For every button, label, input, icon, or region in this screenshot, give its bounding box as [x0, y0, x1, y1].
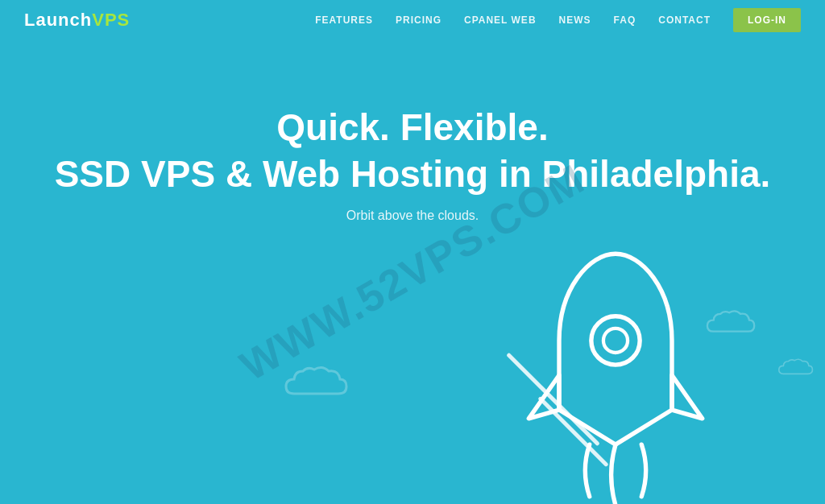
nav-contact[interactable]: CONTACT — [658, 14, 711, 26]
svg-point-0 — [591, 316, 640, 365]
hero-title-line2: SSD VPS & Web Hosting in Philadelphia. — [55, 153, 771, 195]
logo-highlight: VPS — [92, 10, 130, 30]
hero-section: WWW.52VPS.COM Quick. Flexible. SSD VPS &… — [0, 40, 825, 504]
cloud-far-right-icon — [777, 355, 817, 383]
logo-text: LaunchVPS — [24, 10, 130, 31]
logo[interactable]: LaunchVPS — [24, 10, 130, 31]
header: LaunchVPS FEATURES PRICING CPANEL WEB NE… — [0, 0, 825, 40]
nav-news[interactable]: NEWS — [559, 14, 591, 26]
main-nav: FEATURES PRICING CPANEL WEB NEWS FAQ CON… — [315, 8, 801, 32]
hero-title-line1: Quick. Flexible. — [276, 106, 548, 148]
cloud-left-icon — [282, 360, 354, 407]
rocket-illustration — [503, 230, 728, 504]
hero-title: Quick. Flexible. SSD VPS & Web Hosting i… — [55, 105, 771, 197]
nav-cpanel-web[interactable]: CPANEL WEB — [464, 14, 537, 26]
hero-subtitle: Orbit above the clouds. — [346, 209, 479, 223]
svg-point-1 — [603, 328, 628, 353]
login-button[interactable]: LOG-IN — [733, 8, 801, 32]
nav-faq[interactable]: FAQ — [614, 14, 636, 26]
nav-pricing[interactable]: PRICING — [396, 14, 442, 26]
nav-features[interactable]: FEATURES — [315, 14, 373, 26]
